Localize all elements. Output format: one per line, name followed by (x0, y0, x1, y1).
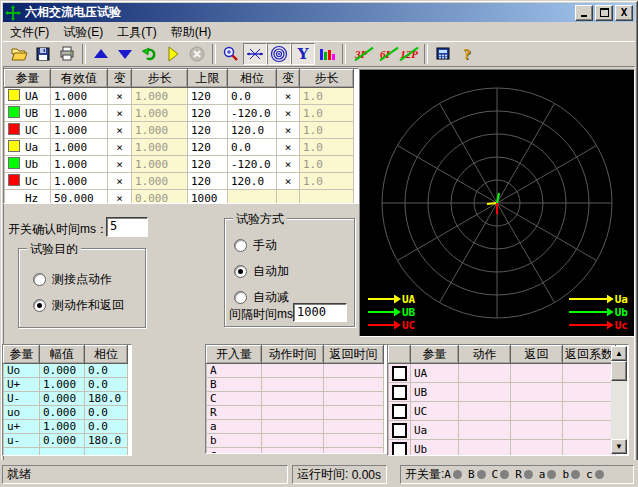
col-limit[interactable]: 上限 (188, 70, 228, 88)
menu-tools[interactable]: 工具(T) (110, 23, 163, 42)
vary-cell[interactable]: × (277, 122, 300, 139)
calculator-button[interactable] (431, 43, 455, 65)
maximize-button[interactable] (595, 5, 613, 21)
menu-help[interactable]: 帮助(H) (164, 23, 219, 42)
radio-auto-increase[interactable] (234, 265, 247, 278)
step-cell[interactable]: 1.000 (132, 88, 188, 105)
radio-label[interactable]: 自动加 (253, 263, 289, 280)
radio-action-return[interactable] (33, 299, 46, 312)
result-scrollbar[interactable]: ▲ ▼ (611, 346, 627, 454)
phase-cell[interactable]: 0.0 (228, 88, 277, 105)
mode-6i-button[interactable]: 6I (373, 43, 397, 65)
undo-button[interactable] (137, 43, 161, 65)
step-cell[interactable]: 1.000 (132, 139, 188, 156)
limit-cell[interactable]: 120 (188, 173, 228, 190)
radio-manual[interactable] (234, 239, 247, 252)
result-col-param[interactable]: 参量 (411, 346, 459, 364)
seq-col-phase[interactable]: 相位 (85, 346, 128, 364)
phase-cell[interactable]: 120.0 (228, 173, 277, 190)
vary-cell[interactable]: × (277, 173, 300, 190)
phase-cell[interactable]: -120.0 (228, 156, 277, 173)
menu-test[interactable]: 试验(E) (56, 23, 110, 42)
vary-cell[interactable]: × (108, 105, 132, 122)
phase-cell[interactable]: 120.0 (228, 122, 277, 139)
limit-cell[interactable]: 120 (188, 122, 228, 139)
y-connection-button[interactable]: Y (291, 43, 315, 65)
step-cell[interactable]: 1.0 (300, 173, 354, 190)
lower-button[interactable] (113, 43, 137, 65)
result-col-ratio[interactable]: 返回系数 (563, 346, 616, 364)
row-checkbox[interactable] (392, 366, 407, 381)
vary-cell[interactable]: × (277, 139, 300, 156)
step-cell[interactable]: 1.000 (132, 105, 188, 122)
row-checkbox[interactable] (392, 423, 407, 438)
interval-input[interactable]: 1000 (293, 303, 347, 322)
vary-cell[interactable] (277, 190, 300, 205)
minimize-button[interactable] (575, 5, 593, 21)
step-cell[interactable]: 1.000 (132, 173, 188, 190)
zoom-button[interactable] (219, 43, 243, 65)
menu-file[interactable]: 文件(F) (3, 23, 56, 42)
step-cell[interactable]: 1.0 (300, 105, 354, 122)
step-cell[interactable]: 1.0 (300, 88, 354, 105)
col-phase[interactable]: 相位 (228, 70, 277, 88)
confirm-time-input[interactable]: 5 (106, 217, 148, 237)
radio-label[interactable]: 测动作和返回 (52, 297, 124, 314)
phase-cell[interactable] (228, 190, 277, 205)
vary-cell[interactable]: × (108, 88, 132, 105)
col-vary1[interactable]: 变 (108, 70, 132, 88)
mode-3p-button[interactable]: 3P (349, 43, 373, 65)
print-button[interactable] (55, 43, 79, 65)
stop-button[interactable] (185, 43, 209, 65)
rms-cell[interactable]: 1.000 (51, 88, 108, 105)
vary-cell[interactable]: × (108, 173, 132, 190)
scroll-thumb[interactable] (611, 361, 627, 381)
scroll-up-button[interactable]: ▲ (611, 346, 627, 361)
vary-cell[interactable]: × (277, 105, 300, 122)
vary-cell[interactable]: × (277, 156, 300, 173)
vary-cell[interactable]: × (108, 122, 132, 139)
phase-cell[interactable]: -120.0 (228, 105, 277, 122)
limit-cell[interactable]: 120 (188, 105, 228, 122)
run-button[interactable] (161, 43, 185, 65)
rms-cell[interactable]: 1.000 (51, 105, 108, 122)
row-checkbox[interactable] (392, 385, 407, 400)
vary-cell[interactable]: × (108, 156, 132, 173)
rms-cell[interactable]: 1.000 (51, 156, 108, 173)
vary-cell[interactable]: × (277, 88, 300, 105)
radio-auto-decrease[interactable] (234, 291, 247, 304)
radio-label[interactable]: 测接点动作 (52, 271, 112, 288)
radio-label[interactable]: 手动 (253, 237, 277, 254)
radio-label[interactable]: 自动减 (253, 289, 289, 306)
bar-graph-button[interactable] (315, 43, 339, 65)
raise-button[interactable] (89, 43, 113, 65)
open-button[interactable] (7, 43, 31, 65)
step-cell[interactable]: 1.0 (300, 139, 354, 156)
scroll-down-button[interactable]: ▼ (611, 439, 627, 454)
mode-12p-button[interactable]: 12P (397, 43, 421, 65)
close-button[interactable]: X (615, 5, 633, 21)
phase-cell[interactable]: 0.0 (228, 139, 277, 156)
input-col-action-time[interactable]: 动作时间 (262, 346, 324, 364)
col-param[interactable]: 参量 (5, 70, 51, 88)
input-col-channel[interactable]: 开入量 (207, 346, 262, 364)
step-cell[interactable] (300, 190, 354, 205)
polar-grid-button[interactable] (267, 43, 291, 65)
help-button[interactable]: ? (455, 43, 479, 65)
limit-cell[interactable]: 120 (188, 139, 228, 156)
limit-cell[interactable]: 120 (188, 156, 228, 173)
rms-cell[interactable]: 50.000 (51, 190, 108, 205)
vary-cell[interactable]: × (108, 139, 132, 156)
row-checkbox[interactable] (392, 442, 407, 457)
seq-col-amplitude[interactable]: 幅值 (40, 346, 85, 364)
limit-cell[interactable]: 1000 (188, 190, 228, 205)
rms-cell[interactable]: 1.000 (51, 122, 108, 139)
result-col-action[interactable]: 动作 (459, 346, 511, 364)
col-rms[interactable]: 有效值 (51, 70, 108, 88)
vary-cell[interactable]: × (108, 190, 132, 205)
col-step1[interactable]: 步长 (132, 70, 188, 88)
row-checkbox[interactable] (392, 404, 407, 419)
vector-field-button[interactable] (243, 43, 267, 65)
step-cell[interactable]: 0.000 (132, 190, 188, 205)
result-col-return[interactable]: 返回 (511, 346, 563, 364)
